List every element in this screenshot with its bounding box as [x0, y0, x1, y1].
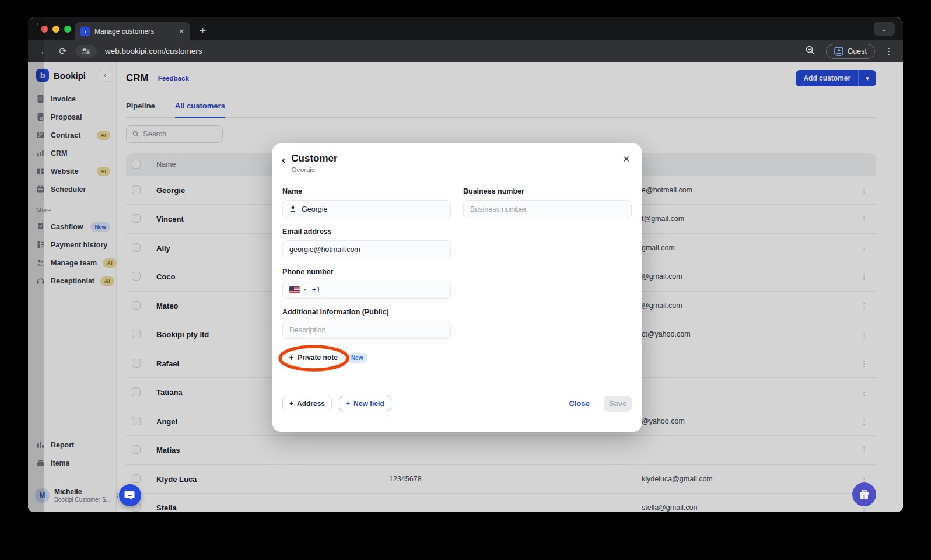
rewards-gift-button[interactable] [852, 482, 876, 506]
plus-icon: + [289, 400, 293, 408]
person-icon [289, 205, 296, 213]
country-dropdown-icon[interactable]: ▼ [303, 288, 307, 292]
name-field-group: Name [282, 187, 451, 218]
modal-body: Name Business number Email ad [272, 173, 642, 383]
name-field[interactable] [282, 200, 451, 218]
private-note-button[interactable]: + Private note [282, 353, 344, 362]
additional-info-input[interactable] [289, 326, 444, 334]
new-tab-button[interactable]: + [200, 24, 206, 37]
plus-icon: + [289, 353, 293, 362]
email-field-group: Email address [282, 228, 451, 258]
browser-tab[interactable]: › Manage customers ✕ [75, 22, 190, 40]
tab-close-icon[interactable]: ✕ [178, 27, 184, 36]
traffic-lights [41, 26, 71, 33]
additional-info-field[interactable] [282, 321, 451, 339]
modal-title: Customer [291, 153, 620, 164]
reload-icon[interactable]: ⟳ [55, 46, 71, 57]
email-field[interactable] [282, 240, 451, 258]
tab-search-chevron-icon[interactable]: ⌄ [874, 22, 895, 36]
address-button[interactable]: + Address [282, 396, 332, 411]
modal-footer: + Address + New field Close Save [272, 383, 642, 424]
new-field-button[interactable]: + New field [339, 396, 391, 411]
zoom-page-icon[interactable] [805, 45, 816, 58]
close-icon[interactable]: ✕ [620, 153, 632, 166]
guest-profile-button[interactable]: Guest [826, 44, 875, 59]
phone-label: Phone number [282, 268, 451, 276]
name-input[interactable] [302, 205, 444, 214]
phone-field-group: Phone number ▼ [282, 268, 451, 299]
app-viewport: b Bookipi ‹ Invoice Proposal Contract AI… [28, 62, 903, 512]
additional-info-field-group: Additional information (Public) [282, 308, 451, 339]
business-number-label: Business number [463, 187, 632, 195]
minimize-window-button[interactable] [52, 26, 60, 33]
us-flag-icon [289, 286, 300, 293]
additional-info-label: Additional information (Public) [282, 308, 451, 316]
guest-avatar-icon [834, 47, 844, 56]
email-label: Email address [282, 228, 451, 236]
maximize-window-button[interactable] [64, 26, 71, 33]
business-number-field[interactable] [463, 200, 632, 218]
close-button[interactable]: Close [569, 399, 590, 408]
business-number-field-group: Business number [463, 187, 632, 218]
chat-bubble-icon [124, 489, 136, 501]
browser-menu-icon[interactable]: ⋮ [883, 46, 895, 57]
new-badge: New [346, 353, 368, 363]
browser-tab-strip: › Manage customers ✕ + ⌄ [28, 18, 903, 40]
phone-field[interactable]: ▼ [282, 281, 451, 299]
email-input[interactable] [289, 246, 444, 254]
browser-window: › Manage customers ✕ + ⌄ ← → ⟳ web.booki… [28, 18, 903, 512]
modal-subtitle: Georgie [291, 166, 620, 173]
customer-modal: ‹ Customer Georgie ✕ Name [272, 144, 642, 432]
private-note-row: + Private note New [282, 348, 632, 368]
url-bar[interactable]: web.bookipi.com/customers [105, 47, 803, 55]
browser-toolbar: ← → ⟳ web.bookipi.com/customers Guest ⋮ [28, 40, 903, 62]
bookipi-favicon-icon: › [80, 27, 90, 36]
chat-widget-button[interactable] [119, 484, 141, 506]
plus-icon: + [346, 400, 350, 408]
phone-input[interactable] [312, 286, 444, 294]
gift-icon [859, 489, 870, 500]
business-number-input[interactable] [470, 205, 625, 214]
site-info-icon[interactable] [76, 45, 97, 58]
name-label: Name [282, 187, 451, 195]
back-icon[interactable]: ‹ [282, 153, 285, 166]
tab-title: Manage customers [94, 27, 174, 36]
save-button[interactable]: Save [604, 396, 632, 412]
modal-header: ‹ Customer Georgie ✕ [272, 144, 642, 173]
